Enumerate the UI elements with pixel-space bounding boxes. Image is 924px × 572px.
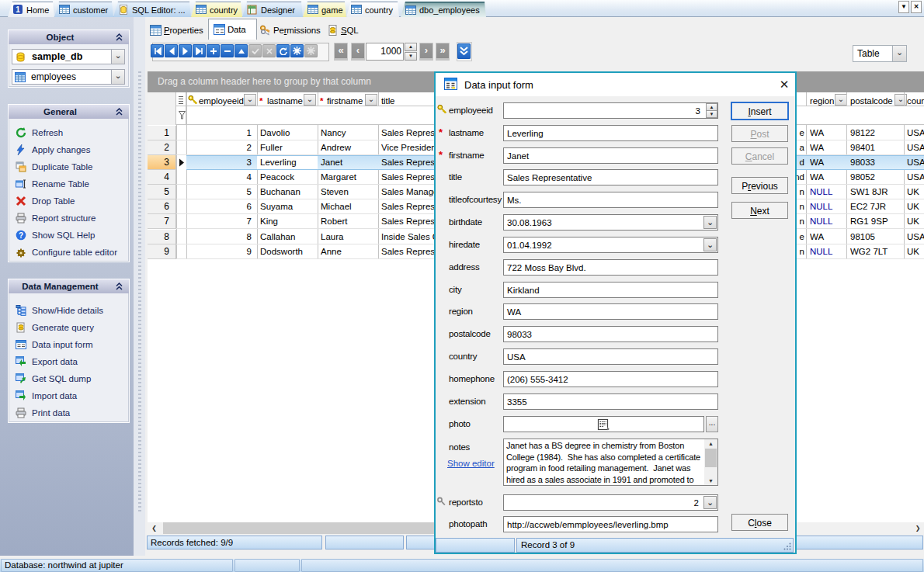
svg-text:1: 1 (16, 5, 20, 14)
svg-text:?: ? (19, 231, 23, 240)
